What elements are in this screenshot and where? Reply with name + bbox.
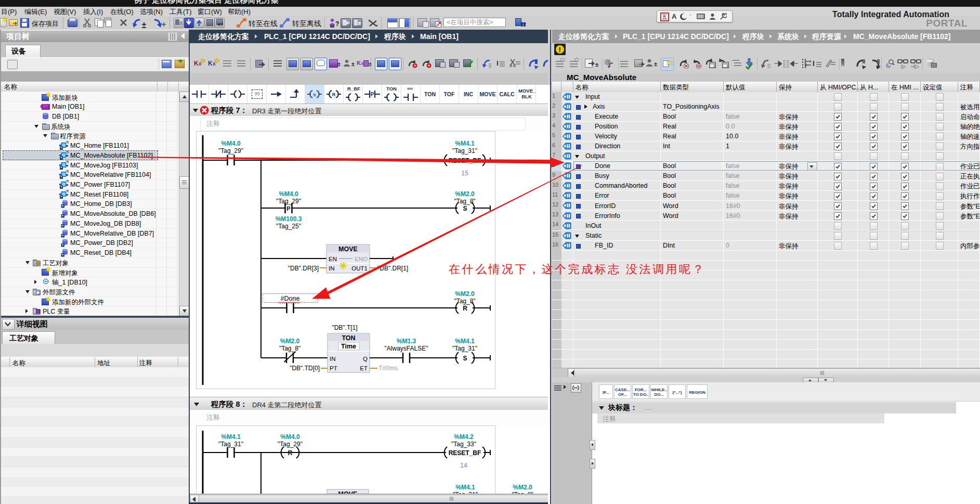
svg-text:Q: Q xyxy=(363,356,368,362)
svg-text:S: S xyxy=(463,205,467,212)
svg-text:IN: IN xyxy=(329,265,335,272)
svg-text:"Tag_8": "Tag_8" xyxy=(454,298,475,305)
svg-text:%M4.0: %M4.0 xyxy=(221,140,241,147)
svg-text:TON: TON xyxy=(342,334,355,342)
svg-text:R: R xyxy=(463,305,467,312)
svg-text:P: P xyxy=(371,92,374,97)
svg-text:%M4.1: %M4.1 xyxy=(455,484,475,491)
svg-text:"DB".DR[1]: "DB".DR[1] xyxy=(377,265,408,272)
svg-text:"Tag_29": "Tag_29" xyxy=(276,198,301,205)
svg-text:Time: Time xyxy=(341,343,356,350)
svg-text:"Tag_25": "Tag_25" xyxy=(276,223,301,230)
svg-text:"Tag_8": "Tag_8" xyxy=(454,198,475,205)
svg-text:"Tag_31": "Tag_31" xyxy=(452,345,477,352)
svg-text:"DB".DR[3]: "DB".DR[3] xyxy=(288,265,319,272)
svg-text:15: 15 xyxy=(461,170,468,177)
svg-text:EN: EN xyxy=(329,256,337,262)
svg-text:%M4.0: %M4.0 xyxy=(280,433,300,441)
svg-text:%M4.1: %M4.1 xyxy=(455,338,475,345)
svg-text:R: R xyxy=(332,92,336,97)
svg-text:%M2.0: %M2.0 xyxy=(280,338,300,345)
svg-text:ET: ET xyxy=(360,365,368,371)
svg-text:R: R xyxy=(288,449,293,457)
svg-text:PT: PT xyxy=(330,365,337,371)
svg-text:T#0ms: T#0ms xyxy=(378,365,398,372)
svg-text:"Tag_33": "Tag_33" xyxy=(451,441,476,448)
svg-text:%M2.0: %M2.0 xyxy=(513,484,532,491)
svg-text:RESET_BF: RESET_BF xyxy=(449,449,481,457)
svg-text:%M100.3: %M100.3 xyxy=(276,215,302,223)
svg-text:%M2.0: %M2.0 xyxy=(455,290,475,298)
svg-text:S: S xyxy=(313,93,316,97)
svg-text:%M4.1: %M4.1 xyxy=(221,433,241,441)
svg-text:OUT1: OUT1 xyxy=(351,265,368,272)
svg-text:%M1.3: %M1.3 xyxy=(397,338,416,345)
svg-text:"Tag_31": "Tag_31" xyxy=(218,441,243,448)
svg-text:RESET_BF: RESET_BF xyxy=(449,157,481,164)
svg-text:"Tag_31": "Tag_31" xyxy=(452,147,477,154)
svg-text:%M4.1: %M4.1 xyxy=(455,140,475,147)
svg-text:"Tag_29": "Tag_29" xyxy=(278,441,303,448)
svg-text:#Done: #Done xyxy=(281,295,300,302)
svg-text:%M4.2: %M4.2 xyxy=(454,433,474,441)
svg-text:"AlwaysFALSE": "AlwaysFALSE" xyxy=(385,345,428,352)
svg-text:"DB".T[1]: "DB".T[1] xyxy=(332,324,357,331)
svg-text:%M2.0: %M2.0 xyxy=(455,190,475,198)
svg-text:IN: IN xyxy=(330,356,336,362)
svg-text:"Tag_8": "Tag_8" xyxy=(279,345,300,352)
svg-text:MOVE: MOVE xyxy=(338,245,358,253)
svg-text:"DB".TD[0]: "DB".TD[0] xyxy=(290,365,320,372)
svg-text:ENO: ENO xyxy=(355,256,368,262)
svg-text:S: S xyxy=(463,355,467,362)
svg-text:"Tag_29": "Tag_29" xyxy=(218,147,243,154)
svg-text:P: P xyxy=(286,205,290,212)
svg-text:%M4.0: %M4.0 xyxy=(279,190,298,198)
svg-text:14: 14 xyxy=(460,462,467,469)
